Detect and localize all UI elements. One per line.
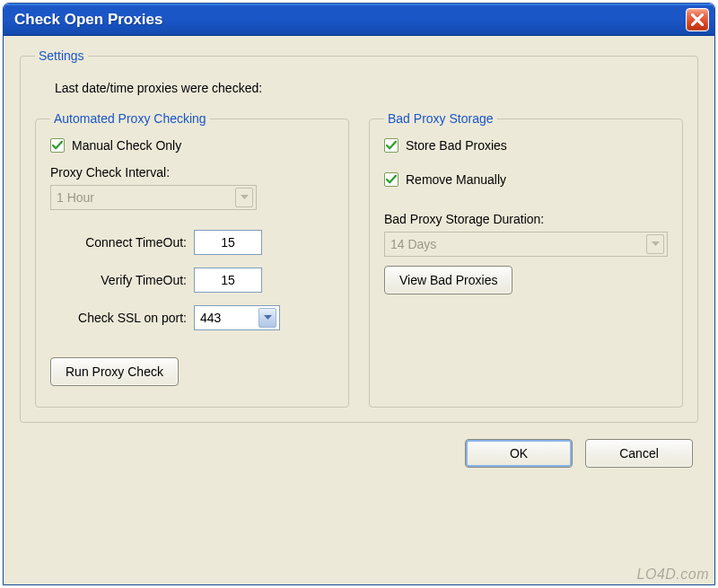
remove-manually-checkbox[interactable] [384, 172, 398, 187]
remove-manually-row: Remove Manually [384, 172, 668, 187]
remove-manually-label: Remove Manually [406, 172, 506, 187]
manual-check-only-label: Manual Check Only [72, 138, 181, 153]
interval-value: 1 Hour [57, 190, 94, 205]
manual-check-only-checkbox[interactable] [50, 138, 65, 153]
last-checked-label: Last date/time proxies were checked: [55, 81, 683, 95]
manual-check-row: Manual Check Only [50, 138, 334, 153]
duration-label: Bad Proxy Storage Duration: [384, 212, 668, 226]
verify-timeout-label: Verify TimeOut: [50, 273, 194, 287]
chevron-down-icon [646, 234, 664, 254]
check-icon [52, 140, 63, 151]
settings-legend: Settings [35, 48, 88, 63]
duration-value: 14 Days [390, 237, 436, 251]
connect-timeout-input[interactable]: 15 [194, 230, 262, 255]
interval-label: Proxy Check Interval: [50, 165, 334, 180]
bad-proxy-storage-legend: Bad Proxy Storage [384, 111, 497, 126]
store-bad-proxies-label: Store Bad Proxies [406, 138, 507, 153]
close-button[interactable] [686, 8, 709, 31]
ssl-port-dropdown[interactable]: 443 [194, 305, 280, 330]
dialog-body: Settings Last date/time proxies were che… [4, 36, 714, 480]
store-bad-proxies-checkbox[interactable] [384, 138, 398, 153]
automated-proxy-group: Automated Proxy Checking Manual Check On… [35, 111, 349, 408]
title-bar: Check Open Proxies [4, 4, 714, 36]
connect-timeout-label: Connect TimeOut: [50, 235, 194, 250]
chevron-down-icon [258, 308, 276, 328]
run-proxy-check-button[interactable]: Run Proxy Check [50, 357, 179, 386]
check-icon [386, 140, 397, 151]
settings-group: Settings Last date/time proxies were che… [20, 48, 698, 423]
bad-proxy-storage-group: Bad Proxy Storage Store Bad Proxies [369, 111, 683, 408]
close-icon [691, 13, 704, 26]
cancel-button[interactable]: Cancel [585, 439, 693, 468]
ssl-port-value: 443 [200, 311, 221, 325]
store-bad-row: Store Bad Proxies [384, 138, 668, 153]
ok-button[interactable]: OK [465, 439, 573, 468]
window-title: Check Open Proxies [14, 11, 686, 29]
dialog-window: Check Open Proxies Settings Last date/ti… [3, 3, 715, 585]
proxy-check-interval-dropdown: 1 Hour [50, 185, 257, 210]
bad-proxy-duration-dropdown: 14 Days [384, 232, 668, 257]
check-icon [386, 174, 397, 185]
ssl-port-label: Check SSL on port: [50, 311, 194, 325]
chevron-down-icon [235, 188, 253, 207]
verify-timeout-input[interactable]: 15 [194, 268, 262, 293]
view-bad-proxies-button[interactable]: View Bad Proxies [384, 266, 512, 294]
dialog-button-row: OK Cancel [20, 439, 698, 468]
automated-proxy-legend: Automated Proxy Checking [50, 111, 210, 126]
